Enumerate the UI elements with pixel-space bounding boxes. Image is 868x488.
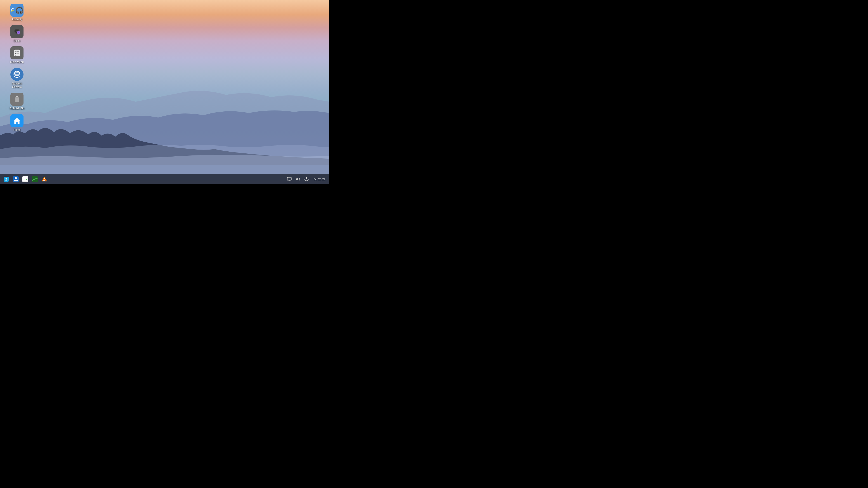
taskbar-system-monitor-button[interactable] xyxy=(30,175,39,184)
desktop-icon-main-menu[interactable]: Main Menu xyxy=(7,45,27,66)
taskbar-zorin-button[interactable]: Z xyxy=(2,175,11,184)
main-menu-label: Main Menu xyxy=(10,61,24,64)
svg-rect-24 xyxy=(16,122,18,124)
disks-icon-img xyxy=(10,25,24,38)
svg-point-29 xyxy=(15,177,17,180)
home-label: Home xyxy=(13,128,21,132)
svg-rect-3 xyxy=(14,11,14,11)
mountain-background xyxy=(0,54,329,174)
taskbar: Z xyxy=(0,174,329,184)
network-servers-label: Network Servers xyxy=(8,82,26,89)
audacity-label: Audacity xyxy=(12,18,22,22)
svg-rect-42 xyxy=(287,177,291,180)
taskbar-text-editor-button[interactable] xyxy=(21,175,30,184)
svg-point-8 xyxy=(18,32,19,33)
taskbar-display-button[interactable] xyxy=(286,175,293,183)
desktop-icon-rubbish-bin[interactable]: Rubbish Bin xyxy=(7,91,27,112)
rubbish-icon-img xyxy=(10,93,24,106)
desktop-icon-disks[interactable]: Disks xyxy=(7,24,27,44)
network-icon-img xyxy=(10,68,24,81)
taskbar-clock[interactable]: Do 20:22 xyxy=(312,177,327,182)
svg-text:Z: Z xyxy=(5,177,7,181)
audacity-icon-img xyxy=(10,4,24,17)
desktop-icon-audacity[interactable]: Audacity xyxy=(7,2,27,23)
wallpaper xyxy=(0,0,329,184)
taskbar-volume-button[interactable] xyxy=(294,175,301,183)
svg-rect-18 xyxy=(16,96,18,97)
desktop-icon-home[interactable]: Home xyxy=(7,113,27,133)
taskbar-power-button[interactable] xyxy=(303,175,310,183)
taskbar-apps: Z xyxy=(2,175,49,184)
taskbar-system-tray: Do 20:22 xyxy=(286,175,327,183)
svg-rect-0 xyxy=(0,165,329,174)
taskbar-contacts-button[interactable] xyxy=(11,175,20,184)
rubbish-bin-label: Rubbish Bin xyxy=(10,107,24,110)
home-icon-img xyxy=(10,114,24,127)
svg-rect-2 xyxy=(11,11,12,11)
mainmenu-icon-img xyxy=(10,46,24,59)
desktop-icons: Audacity Disks xyxy=(7,2,27,133)
svg-marker-45 xyxy=(296,177,298,181)
svg-point-41 xyxy=(43,178,45,180)
disks-label: Disks xyxy=(13,39,20,43)
desktop-icon-network-servers[interactable]: Network Servers xyxy=(7,66,27,90)
taskbar-vlc-button[interactable] xyxy=(40,175,49,184)
